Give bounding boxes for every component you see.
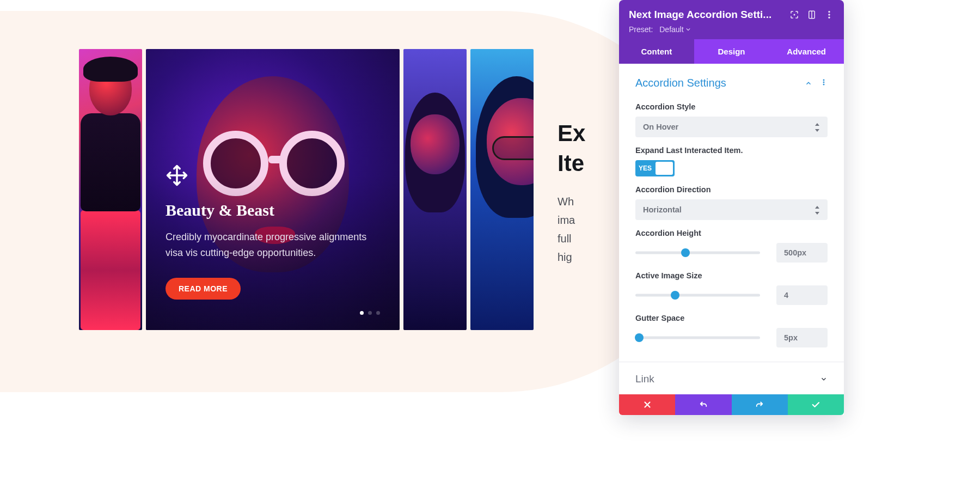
slider-gutter[interactable] (635, 332, 760, 343)
label-accordion-style: Accordion Style (635, 102, 828, 111)
pane-title: Beauty & Beast (166, 201, 380, 219)
kebab-menu-icon[interactable] (824, 10, 834, 20)
panel-header[interactable]: Next Image Accordion Setti... Preset: De… (619, 0, 844, 39)
chevron-down-icon (820, 375, 828, 383)
section-link[interactable]: Link (619, 362, 844, 394)
accordion-pane-2-active[interactable]: Beauty & Beast Credibly myocardinate pro… (146, 49, 400, 330)
svg-point-6 (823, 79, 824, 80)
label-gutter: Gutter Space (635, 314, 828, 322)
read-more-button[interactable]: READ MORE (166, 278, 241, 300)
section-body: Accordion Style On Hover Expand Last Int… (619, 97, 844, 362)
preset-selector[interactable]: Preset: Default (629, 25, 834, 34)
focus-icon[interactable] (789, 10, 799, 20)
input-height[interactable]: 500px (776, 243, 828, 263)
settings-tabs: Content Design Advanced (619, 39, 844, 64)
panel-body[interactable]: Accordion Settings Accordion Style On Ho… (619, 64, 844, 394)
svg-point-4 (829, 14, 830, 16)
tab-advanced[interactable]: Advanced (769, 39, 844, 64)
panel-title: Next Image Accordion Setti... (629, 9, 782, 21)
redo-button[interactable] (732, 394, 788, 415)
label-expand-last: Expand Last Interacted Item. (635, 146, 828, 155)
undo-button[interactable] (675, 394, 731, 415)
module-settings-panel: Next Image Accordion Setti... Preset: De… (619, 0, 844, 415)
pane-description: Credibly myocardinate progressive alignm… (166, 229, 380, 261)
svg-point-7 (823, 81, 824, 82)
toggle-expand-last[interactable]: YES (635, 160, 675, 176)
chevron-up-icon (805, 80, 812, 87)
section-accordion-settings[interactable]: Accordion Settings (619, 64, 844, 97)
label-direction: Accordion Direction (635, 185, 828, 194)
kebab-menu-icon[interactable] (820, 78, 828, 88)
svg-point-8 (823, 83, 824, 84)
pane-image (403, 49, 467, 330)
cancel-button[interactable] (619, 394, 675, 415)
slider-height[interactable] (635, 247, 760, 258)
svg-point-5 (829, 17, 830, 19)
dot[interactable] (376, 311, 380, 315)
select-accordion-style[interactable]: On Hover (635, 117, 828, 137)
select-caret-icon (814, 206, 820, 214)
pagination-dots (360, 311, 380, 315)
svg-point-0 (794, 14, 795, 16)
image-accordion-preview: Beauty & Beast Credibly myocardinate pro… (79, 49, 534, 330)
pane-overlay: Beauty & Beast Credibly myocardinate pro… (146, 49, 400, 330)
accordion-pane-4[interactable] (470, 49, 534, 330)
pane-image (470, 49, 534, 330)
label-height: Accordion Height (635, 229, 828, 237)
accordion-pane-1[interactable] (79, 49, 142, 330)
input-active-size[interactable]: 4 (776, 285, 828, 305)
tab-design[interactable]: Design (694, 39, 769, 64)
label-active-size: Active Image Size (635, 271, 828, 280)
save-button[interactable] (788, 394, 844, 415)
select-direction[interactable]: Horizontal (635, 199, 828, 220)
accordion-pane-3[interactable] (403, 49, 467, 330)
move-icon (166, 164, 380, 189)
tab-content[interactable]: Content (619, 39, 694, 64)
svg-point-3 (829, 11, 830, 13)
panel-footer (619, 394, 844, 415)
dot[interactable] (360, 311, 364, 315)
input-gutter[interactable]: 5px (776, 328, 828, 347)
pane-image (79, 49, 142, 330)
responsive-icon[interactable] (807, 10, 817, 20)
dot[interactable] (368, 311, 372, 315)
select-caret-icon (814, 123, 820, 131)
slider-active-size[interactable] (635, 290, 760, 301)
